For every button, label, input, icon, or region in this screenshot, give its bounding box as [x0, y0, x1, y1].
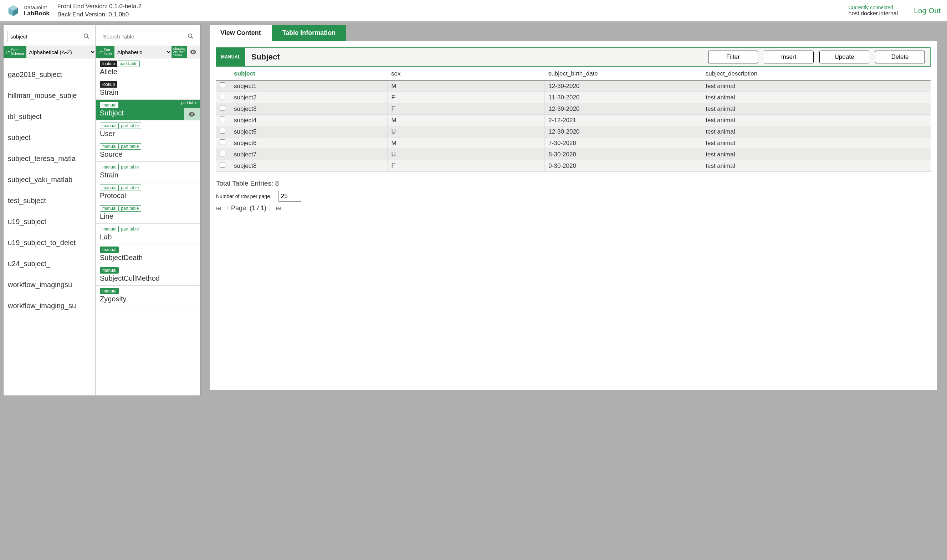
show-part-tables-label: Showing All Part Tables [171, 46, 187, 58]
connection-info: Currently connected host.docker.internal [848, 5, 898, 17]
toggle-part-tables-button[interactable] [187, 46, 200, 58]
page-label: Page: (1 / 1) [231, 205, 266, 212]
schema-item[interactable]: subject [3, 127, 96, 148]
table-tier-badge: manual [100, 267, 119, 274]
tab-table-information[interactable]: Table Information [272, 25, 347, 41]
logout-link[interactable]: Log Out [914, 6, 941, 15]
connected-host: host.docker.internal [848, 10, 898, 17]
table-row[interactable]: subject7U8-30-2020test animal [216, 149, 931, 160]
schema-item[interactable]: gao2018_subject [3, 64, 96, 85]
table-row[interactable]: subject1M12-30-2020test animal [216, 80, 931, 92]
table-list[interactable]: lookuppart tableAllelelookupStrainmanual… [96, 58, 200, 395]
table-tier-badge: manual [100, 246, 119, 253]
cell-empty [859, 126, 931, 137]
schema-sort-select[interactable]: Alphabetical (A-Z) [26, 46, 96, 58]
cell-empty [859, 103, 931, 115]
row-checkbox[interactable] [220, 94, 225, 99]
cell-sex: U [387, 126, 545, 137]
table-row[interactable]: subject8F9-30-2020test animal [216, 160, 931, 172]
row-checkbox[interactable] [220, 117, 225, 122]
row-checkbox[interactable] [220, 162, 225, 168]
table-tier-badge: part table [119, 205, 141, 212]
table-item[interactable]: manualSubjectDeath [96, 245, 200, 265]
table-item-name: Line [100, 212, 196, 220]
table-item[interactable]: manualSubjectCullMethod [96, 265, 200, 286]
cell-empty [859, 149, 931, 160]
update-button[interactable]: Update [819, 51, 869, 63]
page-last-icon[interactable]: ⏭ [276, 205, 281, 211]
table-tier-badge: manual [100, 123, 119, 129]
table-search-input[interactable] [100, 31, 196, 42]
row-checkbox[interactable] [220, 105, 225, 111]
schema-item[interactable]: test_subject [3, 190, 96, 211]
column-header-sex[interactable]: sex [387, 67, 545, 80]
row-checkbox[interactable] [220, 82, 225, 88]
table-row[interactable]: subject6M7-30-2020test animal [216, 137, 931, 149]
page-first-icon[interactable]: ⏮ [216, 205, 221, 211]
cell-birth-date: 12-30-2020 [545, 80, 702, 92]
cell-empty [859, 92, 931, 103]
table-item[interactable]: manualpart tableStrain [96, 162, 200, 182]
table-sort-bar: ↓≡ Sort Table Alphabetic Showing All Par… [96, 46, 200, 58]
table-item[interactable]: manualpart tableLine [96, 203, 200, 224]
table-item[interactable]: manualpart tableSource [96, 141, 200, 162]
tab-view-content[interactable]: View Content [210, 25, 272, 41]
table-item-name: Source [100, 150, 196, 158]
table-tier-badge: manual [100, 143, 119, 149]
table-row[interactable]: subject5U12-30-2020test animal [216, 126, 931, 137]
schema-list[interactable]: gao2018_subjecthillman_mouse_subjeibl_su… [3, 58, 96, 395]
schema-item[interactable]: subject_yaki_matlab [3, 169, 96, 190]
schema-item[interactable]: u19_subject [3, 211, 96, 232]
schema-item[interactable]: hillman_mouse_subje [3, 85, 96, 106]
table-item[interactable]: manualpart tableProtocol [96, 182, 200, 203]
table-item[interactable]: manualpart tableUser [96, 120, 200, 141]
table-part-toggle[interactable] [184, 108, 200, 120]
table-item[interactable]: lookuppart tableAllele [96, 58, 200, 79]
table-tier-badge: lookup [100, 60, 117, 67]
cell-subject: subject6 [230, 137, 387, 149]
page-next-icon[interactable]: 〉 [268, 205, 274, 212]
sort-schema-label: ↓≡ Sort Schema [3, 46, 26, 58]
table-row[interactable]: subject3F12-30-2020test animal [216, 103, 931, 115]
insert-button[interactable]: Insert [764, 51, 814, 63]
cell-birth-date: 11-30-2020 [545, 92, 702, 103]
schema-item[interactable]: workflow_imaging_su [3, 295, 96, 316]
schema-item[interactable]: workflow_imagingsu [3, 274, 96, 295]
rows-per-page-input[interactable] [278, 191, 301, 202]
schema-item[interactable]: u19_subject_to_delet [3, 232, 96, 253]
table-item[interactable]: lookupStrain [96, 79, 200, 100]
row-checkbox[interactable] [220, 128, 225, 134]
table-tier-badge: part table [119, 123, 141, 129]
table-item[interactable]: manualpart tableLab [96, 224, 200, 245]
table-row[interactable]: subject2F11-30-2020test animal [216, 92, 931, 103]
sort-icon: ↓≡ [6, 50, 10, 54]
filter-button[interactable]: Filter [708, 51, 758, 63]
table-item[interactable]: manualpart tableSubject [96, 100, 200, 120]
table-tier-badge: part table [119, 143, 141, 149]
table-tier-badge: lookup [100, 81, 117, 88]
delete-button[interactable]: Delete [875, 51, 925, 63]
row-checkbox[interactable] [220, 139, 225, 145]
sort-table-label: ↓≡ Sort Table [96, 46, 114, 58]
cell-description: test animal [702, 92, 859, 103]
eye-icon [189, 48, 197, 56]
schema-item[interactable]: ibl_subject [3, 106, 96, 127]
table-row[interactable]: subject4M2-12-2021test animal [216, 115, 931, 126]
table-header-bar: MANUAL Subject Filter Insert Update Dele… [216, 48, 931, 67]
table-item-name: Allele [100, 68, 196, 76]
column-header-description[interactable]: subject_description [702, 67, 859, 80]
page-prev-icon[interactable]: 〈 [224, 205, 229, 212]
table-item-name: User [100, 130, 196, 138]
logo-text-top: DataJoint [23, 5, 49, 10]
table-item-name: Strain [100, 88, 196, 97]
table-panel: ↓≡ Sort Table Alphabetic Showing All Par… [96, 25, 200, 395]
schema-search-input[interactable] [7, 31, 92, 42]
table-item[interactable]: manualZygosity [96, 286, 200, 306]
column-header-birth-date[interactable]: subject_birth_date [545, 67, 702, 80]
table-sort-select[interactable]: Alphabetic [114, 46, 172, 58]
table-tier-badge: part table [119, 226, 141, 232]
column-header-subject[interactable]: subject [230, 67, 387, 80]
schema-item[interactable]: subject_teresa_matla [3, 148, 96, 169]
row-checkbox[interactable] [220, 151, 225, 156]
schema-item[interactable]: u24_subject_ [3, 253, 96, 274]
